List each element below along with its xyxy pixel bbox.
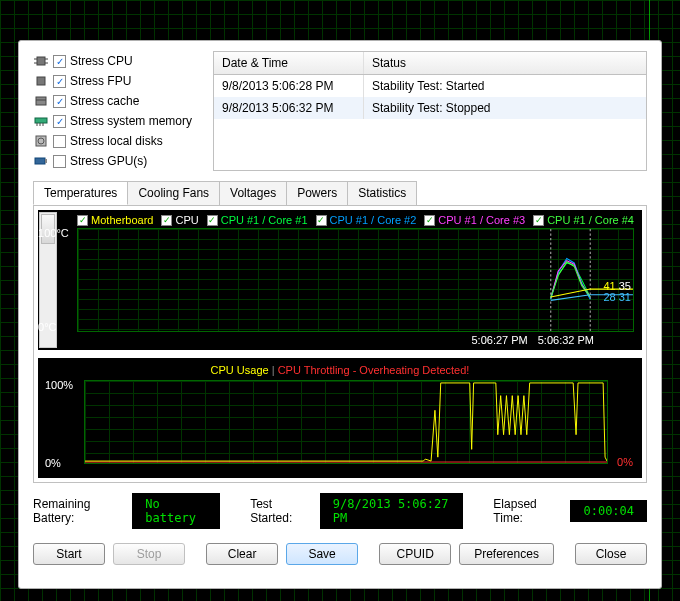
stress-options: Stress CPU Stress FPU Stress cache Stres… bbox=[33, 51, 203, 171]
temp-current-readouts: 41 35 28 31 bbox=[603, 281, 631, 303]
start-button[interactable]: Start bbox=[33, 543, 105, 565]
temp-axis-max: 100°C bbox=[38, 227, 69, 239]
stress-gpu-label: Stress GPU(s) bbox=[70, 154, 147, 168]
stress-mem-checkbox[interactable] bbox=[53, 115, 66, 128]
battery-value: No battery bbox=[132, 493, 220, 529]
stress-fpu-row: Stress FPU bbox=[33, 71, 203, 91]
log-row[interactable]: 9/8/2013 5:06:32 PM Stability Test: Stop… bbox=[214, 97, 646, 119]
elapsed-label: Elapsed Time: bbox=[493, 497, 558, 525]
temp-time-axis: 5:06:27 PM 5:06:32 PM bbox=[77, 334, 634, 346]
elapsed-value: 0:00:04 bbox=[570, 500, 647, 522]
cpu-usage-chart: CPU Usage | CPU Throttling - Overheating… bbox=[38, 358, 642, 478]
stress-cache-row: Stress cache bbox=[33, 91, 203, 111]
tab-powers[interactable]: Powers bbox=[286, 181, 348, 205]
preferences-button[interactable]: Preferences bbox=[459, 543, 554, 565]
event-log-header: Date & Time Status bbox=[214, 52, 646, 75]
save-button[interactable]: Save bbox=[286, 543, 358, 565]
status-bar: Remaining Battery: No battery Test Start… bbox=[33, 493, 647, 529]
started-value: 9/8/2013 5:06:27 PM bbox=[320, 493, 464, 529]
tab-temperatures[interactable]: Temperatures bbox=[33, 181, 128, 205]
legend-core4[interactable]: CPU #1 / Core #4 bbox=[533, 214, 634, 226]
tab-voltages[interactable]: Voltages bbox=[219, 181, 287, 205]
stress-disks-row: Stress local disks bbox=[33, 131, 203, 151]
stress-fpu-label: Stress FPU bbox=[70, 74, 131, 88]
memory-icon bbox=[33, 113, 49, 129]
stress-fpu-checkbox[interactable] bbox=[53, 75, 66, 88]
temp-axis-min: 0°C bbox=[38, 321, 56, 333]
stress-cpu-label: Stress CPU bbox=[70, 54, 133, 68]
disk-icon bbox=[33, 133, 49, 149]
header-datetime[interactable]: Date & Time bbox=[214, 52, 364, 74]
legend-throttling: CPU Throttling - Overheating Detected! bbox=[278, 364, 470, 376]
stress-disks-label: Stress local disks bbox=[70, 134, 163, 148]
stress-cache-checkbox[interactable] bbox=[53, 95, 66, 108]
usage-plot-area[interactable]: 100% 0% 0% bbox=[84, 380, 608, 464]
svg-rect-8 bbox=[35, 118, 47, 123]
throttle-current-value: 0% bbox=[617, 456, 633, 468]
button-bar: Start Stop Clear Save CPUID Preferences … bbox=[33, 543, 647, 565]
main-panel: Stress CPU Stress FPU Stress cache Stres… bbox=[18, 40, 662, 589]
fpu-chip-icon bbox=[33, 73, 49, 89]
legend-cpu-usage: CPU Usage bbox=[211, 364, 269, 376]
svg-rect-6 bbox=[36, 97, 46, 105]
legend-core1[interactable]: CPU #1 / Core #1 bbox=[207, 214, 308, 226]
stop-button[interactable]: Stop bbox=[113, 543, 185, 565]
stress-mem-label: Stress system memory bbox=[70, 114, 192, 128]
legend-core2[interactable]: CPU #1 / Core #2 bbox=[316, 214, 417, 226]
temp-lines bbox=[78, 229, 633, 331]
stress-disks-checkbox[interactable] bbox=[53, 135, 66, 148]
stress-cpu-checkbox[interactable] bbox=[53, 55, 66, 68]
cpu-chip-icon bbox=[33, 53, 49, 69]
legend-core3[interactable]: CPU #1 / Core #3 bbox=[424, 214, 525, 226]
log-cell-status: Stability Test: Started bbox=[364, 75, 646, 97]
cpuid-button[interactable]: CPUID bbox=[379, 543, 451, 565]
stress-cache-label: Stress cache bbox=[70, 94, 139, 108]
gpu-icon bbox=[33, 153, 49, 169]
usage-axis-min: 0% bbox=[45, 457, 61, 469]
temperature-chart: Motherboard CPU CPU #1 / Core #1 CPU #1 … bbox=[38, 210, 642, 350]
event-log: Date & Time Status 9/8/2013 5:06:28 PM S… bbox=[213, 51, 647, 171]
close-button[interactable]: Close bbox=[575, 543, 647, 565]
battery-label: Remaining Battery: bbox=[33, 497, 120, 525]
stress-gpu-row: Stress GPU(s) bbox=[33, 151, 203, 171]
stress-cpu-row: Stress CPU bbox=[33, 51, 203, 71]
tab-statistics[interactable]: Statistics bbox=[347, 181, 417, 205]
legend-cpu[interactable]: CPU bbox=[161, 214, 198, 226]
log-cell-status: Stability Test: Stopped bbox=[364, 97, 646, 119]
usage-lines bbox=[85, 381, 607, 463]
tab-cooling-fans[interactable]: Cooling Fans bbox=[127, 181, 220, 205]
stress-mem-row: Stress system memory bbox=[33, 111, 203, 131]
svg-rect-5 bbox=[37, 77, 45, 85]
log-row[interactable]: 9/8/2013 5:06:28 PM Stability Test: Star… bbox=[214, 75, 646, 97]
log-cell-time: 9/8/2013 5:06:28 PM bbox=[214, 75, 364, 97]
usage-axis-max: 100% bbox=[45, 379, 73, 391]
temp-legend: Motherboard CPU CPU #1 / Core #1 CPU #1 … bbox=[77, 214, 634, 226]
svg-rect-15 bbox=[45, 159, 47, 163]
cache-icon bbox=[33, 93, 49, 109]
svg-rect-14 bbox=[35, 158, 45, 164]
clear-button[interactable]: Clear bbox=[206, 543, 278, 565]
temp-plot-area[interactable]: 100°C 0°C 41 35 bbox=[77, 228, 634, 332]
svg-rect-0 bbox=[37, 57, 45, 65]
stress-gpu-checkbox[interactable] bbox=[53, 155, 66, 168]
header-status[interactable]: Status bbox=[364, 52, 646, 74]
tab-bar: Temperatures Cooling Fans Voltages Power… bbox=[33, 181, 647, 205]
legend-motherboard[interactable]: Motherboard bbox=[77, 214, 153, 226]
started-label: Test Started: bbox=[250, 497, 308, 525]
log-cell-time: 9/8/2013 5:06:32 PM bbox=[214, 97, 364, 119]
usage-legend: CPU Usage | CPU Throttling - Overheating… bbox=[44, 364, 636, 376]
tab-panel: Motherboard CPU CPU #1 / Core #1 CPU #1 … bbox=[33, 205, 647, 483]
